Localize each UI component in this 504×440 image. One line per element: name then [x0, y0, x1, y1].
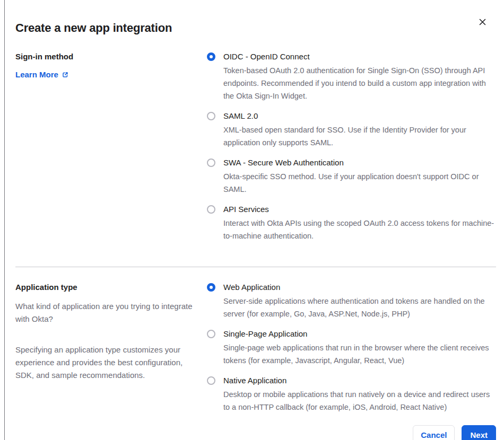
option-label-oidc: OIDC - OpenID Connect [223, 51, 496, 62]
option-desc-single-page-application: Single-page web applications that run in… [223, 341, 496, 367]
create-app-integration-modal: Create a new app integration Sign-in met… [4, 0, 504, 440]
signin-method-section: Sign-in method Learn More [15, 51, 496, 242]
option-label-single-page-application: Single-Page Application [223, 329, 496, 339]
radio-oidc[interactable] [207, 52, 215, 61]
application-type-options: Web Application Server-side applications… [207, 282, 496, 413]
radio-option-oidc[interactable]: OIDC - OpenID Connect Token-based OAuth … [207, 51, 496, 102]
close-button[interactable] [477, 17, 487, 27]
option-label-api-services: API Services [223, 204, 496, 215]
radio-swa[interactable] [207, 159, 215, 167]
option-label-swa: SWA - Secure Web Authentication [223, 157, 496, 168]
option-label-web-application: Web Application [223, 282, 496, 293]
learn-more-link[interactable]: Learn More [15, 69, 69, 80]
application-type-left-column: Application type What kind of applicatio… [15, 282, 207, 382]
option-desc-saml: XML-based open standard for SSO. Use if … [223, 124, 496, 149]
modal-footer: Cancel Next [15, 425, 496, 440]
radio-option-swa[interactable]: SWA - Secure Web Authentication Okta-spe… [207, 157, 496, 196]
external-link-icon [62, 71, 69, 78]
option-label-native-application: Native Application [223, 375, 496, 386]
radio-api-services[interactable] [207, 205, 215, 214]
application-type-explanation: Specifying an application type customize… [15, 344, 200, 382]
cancel-button[interactable]: Cancel [413, 425, 455, 440]
option-desc-web-application: Server-side applications where authentic… [223, 295, 496, 320]
radio-option-single-page-application[interactable]: Single-Page Application Single-page web … [207, 329, 496, 367]
radio-saml[interactable] [207, 112, 215, 120]
radio-web-application[interactable] [207, 283, 215, 292]
next-button[interactable]: Next [462, 425, 496, 440]
radio-option-saml[interactable]: SAML 2.0 XML-based open standard for SSO… [207, 111, 496, 149]
signin-method-options: OIDC - OpenID Connect Token-based OAuth … [207, 51, 496, 242]
radio-native-application[interactable] [207, 376, 215, 385]
radio-option-native-application[interactable]: Native Application Desktop or mobile app… [207, 375, 496, 413]
page-title: Create a new app integration [15, 21, 496, 36]
close-icon [479, 18, 486, 26]
option-desc-oidc: Token-based OAuth 2.0 authentication for… [223, 64, 496, 102]
option-desc-swa: Okta-specific SSO method. Use if your ap… [223, 170, 496, 196]
application-type-heading: Application type [15, 282, 207, 293]
option-desc-native-application: Desktop or mobile applications that run … [223, 388, 496, 413]
signin-method-left-column: Sign-in method Learn More [15, 51, 207, 80]
radio-single-page-application[interactable] [207, 330, 215, 338]
application-type-question: What kind of application are you trying … [15, 300, 200, 325]
signin-method-heading: Sign-in method [15, 51, 207, 62]
option-label-saml: SAML 2.0 [223, 111, 496, 121]
learn-more-label: Learn More [15, 69, 58, 80]
application-type-section: Application type What kind of applicatio… [15, 282, 496, 413]
radio-option-web-application[interactable]: Web Application Server-side applications… [207, 282, 496, 320]
option-desc-api-services: Interact with Okta APIs using the scoped… [223, 217, 496, 242]
section-divider [15, 267, 496, 267]
radio-option-api-services[interactable]: API Services Interact with Okta APIs usi… [207, 204, 496, 242]
